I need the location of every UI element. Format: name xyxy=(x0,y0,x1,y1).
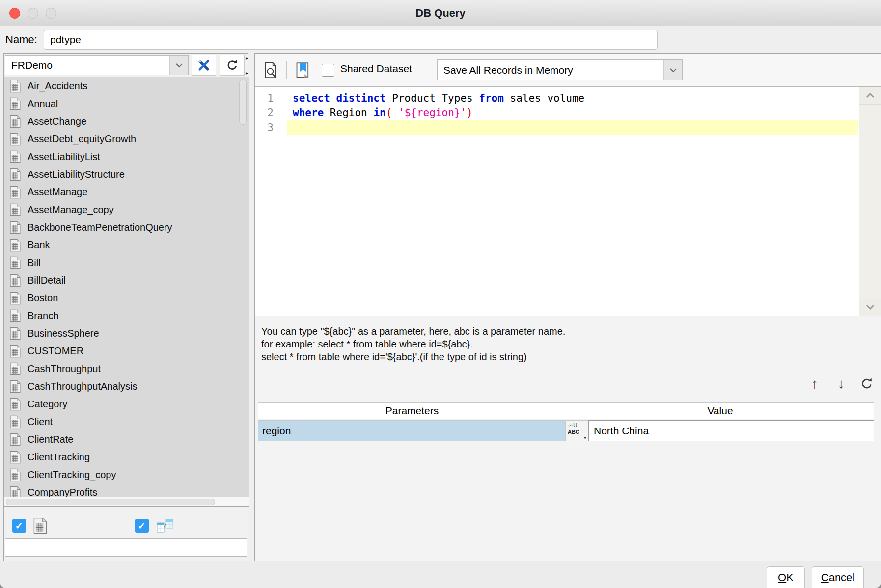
table-list-item[interactable]: ClientTracking_copy xyxy=(4,466,249,483)
editor-vertical-scrollbar[interactable] xyxy=(859,87,881,316)
table-sheet-icon xyxy=(10,239,21,252)
table-list-item[interactable]: Client xyxy=(4,413,249,430)
table-list-item[interactable]: AssetLiabilityList xyxy=(4,148,249,165)
table-list-item[interactable]: Branch xyxy=(4,307,249,324)
parameters-table-header: Parameters Value xyxy=(258,402,874,419)
show-tables-checkbox[interactable] xyxy=(12,519,26,533)
scroll-up-button[interactable] xyxy=(859,87,881,105)
table-name: AssetManage xyxy=(28,187,87,198)
table-list-item[interactable]: AssetManage xyxy=(4,183,249,201)
table-list-item[interactable]: Bill xyxy=(4,254,249,271)
table-sheet-icon xyxy=(10,362,21,375)
storage-mode-value: Save All Records in Memory xyxy=(443,64,573,76)
preview-icon xyxy=(264,62,277,79)
storage-mode-select[interactable]: Save All Records in Memory xyxy=(437,59,683,80)
bottom-bar: OK Cancel xyxy=(0,561,881,588)
table-sheet-icon xyxy=(10,345,21,358)
table-list-item[interactable]: Annual xyxy=(4,95,249,112)
parameter-value-field[interactable]: North China xyxy=(588,420,874,441)
table-name: AssetDebt_equityGrowth xyxy=(28,134,136,145)
table-list: Air_Accidents Annual AssetChange xyxy=(4,77,249,497)
table-list-item[interactable]: Boston xyxy=(4,289,249,307)
move-parameter-up-button[interactable]: ↑ xyxy=(806,374,824,394)
table-name: CashThroughputAnalysis xyxy=(28,381,137,392)
help-line-3: select * from table where id='${abc}'.(i… xyxy=(261,350,565,363)
db-query-dialog: DB Query Name: FRDemo xyxy=(0,0,881,588)
name-input[interactable] xyxy=(44,30,658,50)
table-name: AssetLiabilityStructure xyxy=(28,169,125,180)
table-list-item[interactable]: AssetManage_copy xyxy=(4,201,249,218)
table-list-item[interactable]: CompanyProfits xyxy=(4,483,249,497)
code-area[interactable]: select distinct Product_Types from sales… xyxy=(287,87,858,316)
table-list-item[interactable]: ClientRate xyxy=(4,430,249,448)
table-name: CashThroughput xyxy=(28,363,101,374)
table-list-item[interactable]: Air_Accidents xyxy=(4,77,249,95)
table-name: AssetManage_copy xyxy=(28,204,114,215)
preview-query-button[interactable] xyxy=(261,60,280,80)
table-name: CompanyProfits xyxy=(28,487,97,497)
table-sheet-icon xyxy=(10,468,21,481)
editor-toolbar: Shared Dataset Save All Records in Memor… xyxy=(255,54,881,86)
ok-button[interactable]: OK xyxy=(767,566,805,588)
table-sheet-icon xyxy=(10,168,21,181)
table-list-item[interactable]: CUSTOMER xyxy=(4,342,249,360)
table-list-item[interactable]: Category xyxy=(4,395,249,413)
toolbar-separator xyxy=(286,61,287,79)
scroll-down-button[interactable] xyxy=(859,298,881,316)
toolbar-overflow-icon[interactable]: ▸▸ xyxy=(246,56,249,76)
tools-icon xyxy=(197,58,211,72)
table-list-horizontal-scrollbar[interactable] xyxy=(4,497,249,506)
table-name: Boston xyxy=(28,293,58,304)
table-name: Category xyxy=(28,399,67,410)
table-list-item[interactable]: CashThroughput xyxy=(4,360,249,377)
parameter-name-cell[interactable]: region xyxy=(258,420,566,441)
refresh-icon xyxy=(225,58,239,72)
table-name: Bill xyxy=(28,257,41,268)
connection-select[interactable]: FRDemo xyxy=(5,55,189,75)
table-list-vertical-scrollbar[interactable] xyxy=(239,80,247,125)
parameter-row: region ∾U ABC ▾ North China xyxy=(258,420,874,441)
horizontal-scroll-thumb[interactable] xyxy=(6,499,215,505)
connection-value: FRDemo xyxy=(11,59,53,71)
connection-settings-button[interactable] xyxy=(192,55,216,76)
left-toolbar: FRDemo ▸▸ xyxy=(4,54,248,77)
parameter-type-cell[interactable]: ∾U ABC ▾ xyxy=(566,420,588,441)
refresh-tables-button[interactable] xyxy=(220,55,245,76)
string-type-icon: ∾U ABC ▾ xyxy=(566,421,588,441)
left-panel-empty-field[interactable] xyxy=(5,538,247,557)
insert-parameter-button[interactable] xyxy=(293,60,313,80)
table-name: Bank xyxy=(28,240,50,251)
left-panel: FRDemo ▸▸ xyxy=(3,53,248,561)
refresh-parameters-button[interactable] xyxy=(858,374,876,394)
table-sheet-icon xyxy=(10,274,21,287)
table-list-item[interactable]: BusinessSphere xyxy=(4,324,249,342)
table-sheet-icon xyxy=(10,398,21,411)
table-list-item[interactable]: AssetLiabilityStructure xyxy=(4,165,249,183)
table-filter-icon xyxy=(33,517,47,534)
table-sheet-icon xyxy=(10,80,21,93)
shared-dataset-checkbox[interactable] xyxy=(322,64,334,77)
down-arrow-icon: ↓ xyxy=(838,376,845,392)
table-sheet-icon xyxy=(10,133,21,146)
table-sheet-icon xyxy=(10,433,21,446)
chevron-down-icon xyxy=(663,60,682,80)
sql-editor: 123 select distinct Product_Types from s… xyxy=(255,86,881,316)
table-list-item[interactable]: AssetChange xyxy=(4,112,249,130)
move-parameter-down-button[interactable]: ↓ xyxy=(832,374,850,394)
table-list-item[interactable]: CashThroughputAnalysis xyxy=(4,377,249,395)
table-name: Air_Accidents xyxy=(28,80,87,92)
table-sheet-icon xyxy=(10,221,21,234)
table-sheet-icon xyxy=(10,186,21,199)
table-list-item[interactable]: BackboneTeamPenetrationQuery xyxy=(4,218,249,236)
table-name: ClientRate xyxy=(28,434,73,445)
table-list-item[interactable]: AssetDebt_equityGrowth xyxy=(4,130,249,148)
show-views-checkbox[interactable] xyxy=(135,519,149,533)
table-sheet-icon xyxy=(10,415,21,428)
table-name: ClientTracking_copy xyxy=(28,469,116,481)
cancel-button[interactable]: Cancel xyxy=(812,566,864,588)
parameters-column-header: Parameters xyxy=(258,403,566,419)
table-list-item[interactable]: ClientTracking xyxy=(4,448,249,466)
table-list-item[interactable]: BillDetail xyxy=(4,271,249,289)
table-list-item[interactable]: Bank xyxy=(4,236,249,254)
table-name: ClientTracking xyxy=(28,452,90,463)
